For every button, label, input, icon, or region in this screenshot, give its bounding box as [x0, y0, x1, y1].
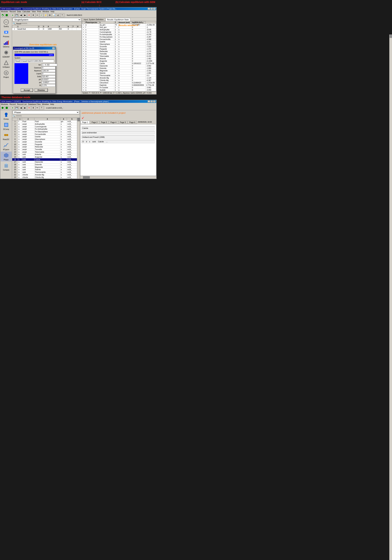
results-table-row[interactable]: +sFe-Glaucophane1s0-3.287	[82, 36, 156, 38]
grid-btn[interactable]: ⊞	[48, 13, 52, 17]
results-table-row[interactable]: +sGrunerite1s0-7.523	[82, 45, 156, 48]
bsidebar-item-rtparm[interactable]: RTparm	[1, 141, 12, 151]
bottom-close-btn[interactable]: ×	[153, 100, 156, 102]
phase-grid-row[interactable]: 12samphTremolitesm19_	[12, 148, 77, 151]
results-table-row[interactable]: +sDolomite1s0-1.869	[82, 67, 156, 70]
solid-field[interactable]	[42, 75, 55, 78]
sidebar-item-syseq[interactable]: SysEq	[1, 18, 12, 28]
phase-grid-row[interactable]: 19scarbMagnesitesm19_	[12, 166, 77, 169]
bmenu-database[interactable]: Database Files	[28, 103, 41, 105]
bsidebar-item-compos[interactable]: Compos	[1, 162, 12, 171]
phase-grid-row[interactable]: 16scarbCalcitesm19_	[12, 158, 77, 161]
phase-grid-row[interactable]: 10samphPargasitesm19_	[12, 143, 77, 146]
stop-btn[interactable]: ✕	[27, 13, 31, 17]
phase-grid-row[interactable]: 21scarbThermonatritesm19_	[12, 171, 77, 173]
phase-grid-row[interactable]: 22schloriteAmesite-Mgsm19_	[12, 173, 77, 176]
page-tab-2[interactable]: Page 2	[90, 121, 99, 124]
bmenu-recordlist[interactable]: Record List	[17, 103, 27, 105]
results-table-row[interactable]: +sTshermakite1s0-5.225	[82, 55, 156, 58]
save-btn[interactable]: 💾	[15, 13, 19, 17]
down-btn[interactable]: ⬇	[31, 13, 35, 17]
results-table-row[interactable]: +sAmesite-Mg1s0-1.124	[82, 77, 156, 79]
bback-btn[interactable]: ◀	[19, 106, 23, 110]
mode-btn-2[interactable]	[5, 13, 9, 17]
forward-btn[interactable]: ▶	[23, 13, 27, 17]
sidebar-item-unspace[interactable]: UnSpace	[1, 59, 12, 69]
phase-grid-row[interactable]: 5samphFe-Glaucophanesm19_	[12, 130, 77, 133]
back-btn[interactable]: ◀	[19, 13, 23, 17]
phase-scrollbar[interactable]	[77, 118, 80, 179]
bsidebar-item-dcomp[interactable]: DComp	[1, 121, 12, 131]
results-table-row[interactable]: +sDaphnite1s0.000609395552.772e-08	[82, 84, 156, 87]
bottom-scrollbar[interactable]	[80, 176, 156, 179]
bmode-btn-2[interactable]	[5, 106, 9, 110]
phase-grid-row[interactable]: 20scarbSideritesm19_	[12, 169, 77, 171]
minimize-btn[interactable]: _	[148, 8, 150, 10]
menu-view[interactable]: View	[32, 10, 36, 13]
results-table-row[interactable]: +sMagnesite1s0-2.331	[82, 70, 156, 72]
results-table-row[interactable]: +sAnkerite1s0-1.462	[82, 58, 156, 60]
check-btn[interactable]: ✓	[39, 13, 43, 17]
system-table-row[interactable]: 1 basalt-fluid 0 0 1000 350 0	[12, 28, 82, 30]
sidebar-item-process[interactable]: Process	[1, 29, 12, 38]
bsidebar-item-reacdC[interactable]: ReacDC	[1, 131, 12, 141]
pe-field[interactable]	[42, 81, 55, 84]
aqueous-field[interactable]	[42, 70, 55, 72]
results-table-row[interactable]: +sGlaucophane1s0-2.311	[82, 43, 156, 45]
liquid-field[interactable]	[42, 72, 55, 75]
menu-calculate[interactable]: Calculate	[22, 10, 30, 13]
phase-grid-row[interactable]: 1fFluidFluidgmm19_	[12, 120, 77, 123]
phase-grid-row[interactable]: 3samphCummingtonitesm19_	[12, 125, 77, 128]
bhelp-btn[interactable]: ?	[39, 106, 43, 110]
bsidebar-item-icomp[interactable]: IComp	[1, 111, 12, 121]
menu-print[interactable]: Print	[37, 10, 41, 13]
phase-grid-row[interactable]: 9samphGruneritesm19_	[12, 140, 77, 143]
bfwd-btn[interactable]: ▶	[23, 106, 27, 110]
bsave-btn[interactable]: 💾	[15, 106, 19, 110]
menu-window[interactable]: Window	[42, 10, 49, 13]
tab-results[interactable]: Results: Equilibrium State	[105, 18, 130, 21]
add-btn[interactable]: +	[11, 13, 14, 17]
bedit-btn[interactable]: ✏	[36, 106, 39, 110]
page-tab-4[interactable]: Page 4	[109, 121, 118, 124]
is-field[interactable]	[42, 84, 55, 87]
phase-grid-row[interactable]: 11samphRiebeckitesm19_	[12, 146, 77, 148]
edit-btn[interactable]: ✏	[36, 13, 39, 17]
results-table-row[interactable]: +sClinochlore1s0.21466423-1.272e-09	[82, 82, 156, 84]
phase-grid-row[interactable]: 23schloriteChlorite-Mgsm19_	[12, 176, 77, 179]
bmode-btn-1[interactable]	[1, 106, 4, 110]
menu-help[interactable]: Help	[51, 10, 55, 13]
bmenu-help[interactable]: Help	[50, 103, 54, 105]
ph-field[interactable]	[42, 78, 55, 81]
bmenu-window[interactable]: Window	[42, 103, 49, 105]
results-table-row[interactable]: +sSiderite1s0-1.681	[82, 72, 156, 74]
results-table-row[interactable]: +sRiebeckite1s0-1.175	[82, 50, 156, 53]
menu-modules[interactable]: Modules	[1, 10, 8, 13]
print-btn[interactable]: 🖨	[56, 13, 60, 17]
results-table-row[interactable]: +sAragonite1s0-0.1309	[82, 60, 156, 62]
results-table-row[interactable]: +sThermonatrite1s0-5.3	[82, 74, 156, 77]
results-table-row[interactable]: +sFerroactinolite1s0-4.588	[82, 38, 156, 41]
sidebar-item-gem2mt[interactable]: GEM2MT	[1, 49, 12, 59]
results-table-row[interactable]: +sCalcite1s0.109162222.277e-08	[82, 62, 156, 65]
bottom-minimize-btn[interactable]: _	[148, 100, 150, 102]
bmenu-modules[interactable]: Modules	[1, 103, 8, 105]
phase-grid-row[interactable]: 7samphGedritesm19_	[12, 136, 77, 138]
bmenu-record[interactable]: Record	[10, 103, 16, 105]
phase-grid-row[interactable]: 15scarbAragonitesm19_	[12, 156, 77, 158]
results-table-row[interactable]: +sTremolite1s0-3.345	[82, 53, 156, 55]
phase-grid-row[interactable]: 8samphGlaucophanesm19_	[12, 138, 77, 140]
phase-grid-row[interactable]: 17scarbDawsonitesm19_	[12, 161, 77, 163]
page-tab-3[interactable]: Page 3	[99, 121, 109, 124]
gaseous-field[interactable]	[42, 67, 55, 69]
chart-btn[interactable]: 📊	[52, 13, 56, 17]
accept-button[interactable]: Accept	[21, 88, 33, 92]
phase-grid-row[interactable]: 4samphFe-Anthophyllitesm19_	[12, 128, 77, 130]
dialog-close-icon[interactable]: ×	[52, 47, 55, 49]
results-table-row[interactable]: +sFe-Anthophyllite1s0-6.378	[82, 33, 156, 36]
mode-btn-1[interactable]: ▶	[1, 13, 4, 17]
results-table-row[interactable]: +sAnthophyllite1s0-10.85	[82, 29, 156, 31]
maximize-btn[interactable]: □	[150, 8, 153, 10]
phase-grid-row[interactable]: 18scarbDolomitesm19_	[12, 163, 77, 166]
help-btn[interactable]: ?	[60, 13, 64, 17]
